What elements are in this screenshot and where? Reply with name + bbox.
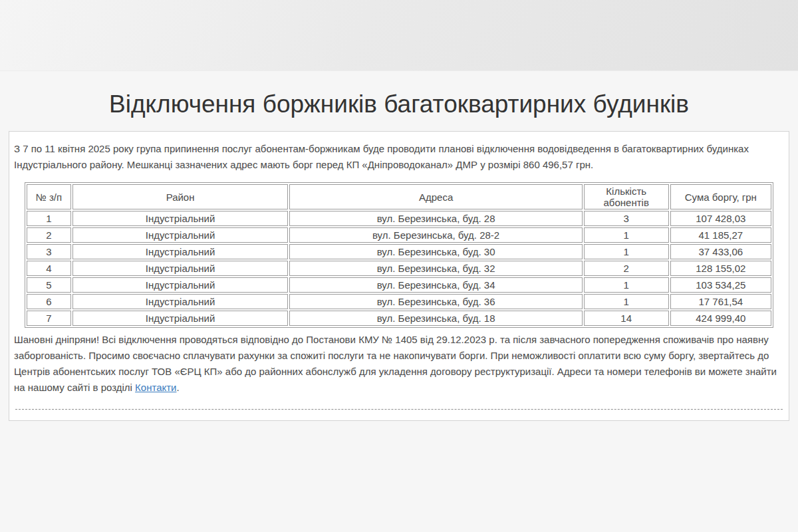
table-row: 5 Індустріальний вул. Березинська, буд. … bbox=[27, 277, 771, 293]
col-header-subscriber-count: Кількість абонентів bbox=[584, 184, 669, 209]
col-header-row-number: № з/п bbox=[27, 184, 71, 209]
cell-subscriber-count: 1 bbox=[584, 277, 669, 293]
table-row: 3 Індустріальний вул. Березинська, буд. … bbox=[27, 244, 771, 259]
table-header-row: № з/п Район Адреса Кількість абонентів С… bbox=[27, 184, 771, 209]
col-header-address: Адреса bbox=[289, 184, 582, 209]
table-row: 6 Індустріальний вул. Березинська, буд. … bbox=[27, 294, 771, 309]
intro-paragraph: З 7 по 11 квітня 2025 року група припине… bbox=[14, 141, 784, 173]
cell-district: Індустріальний bbox=[72, 294, 289, 309]
cell-subscriber-count: 2 bbox=[584, 261, 669, 276]
cell-subscriber-count: 1 bbox=[584, 294, 669, 309]
page: Відключення боржників багатоквартирних б… bbox=[0, 0, 798, 421]
cell-subscriber-count: 3 bbox=[584, 211, 669, 226]
cell-district: Індустріальний bbox=[72, 311, 289, 326]
cell-row-number: 3 bbox=[27, 244, 71, 259]
cell-address: вул. Березинська, буд. 28 bbox=[289, 211, 582, 226]
cell-row-number: 6 bbox=[27, 294, 71, 309]
cell-subscriber-count: 14 bbox=[584, 311, 669, 326]
cell-subscriber-count: 1 bbox=[584, 227, 669, 243]
col-header-debt-amount: Сума боргу, грн bbox=[670, 184, 771, 209]
cell-debt-amount: 41 185,27 bbox=[670, 227, 771, 243]
table-row: 1 Індустріальний вул. Березинська, буд. … bbox=[27, 211, 771, 226]
cell-district: Індустріальний bbox=[72, 227, 289, 243]
outro-paragraph: Шановні дніпряни! Всі відключення провод… bbox=[14, 332, 784, 396]
cell-address: вул. Березинська, буд. 18 bbox=[289, 311, 582, 326]
page-title: Відключення боржників багатоквартирних б… bbox=[0, 90, 798, 119]
cell-address: вул. Березинська, буд. 34 bbox=[289, 277, 582, 293]
contacts-link[interactable]: Контакти bbox=[135, 382, 176, 393]
site-header-band bbox=[0, 0, 798, 71]
cell-district: Індустріальний bbox=[72, 277, 289, 293]
cell-row-number: 4 bbox=[27, 261, 71, 276]
table-row: 4 Індустріальний вул. Березинська, буд. … bbox=[27, 261, 771, 276]
cell-address: вул. Березинська, буд. 32 bbox=[289, 261, 582, 276]
cell-debt-amount: 424 999,40 bbox=[670, 311, 771, 326]
cell-address: вул. Березинська, буд. 36 bbox=[289, 294, 582, 309]
cell-subscriber-count: 1 bbox=[584, 244, 669, 259]
cell-debt-amount: 103 534,25 bbox=[670, 277, 771, 293]
dashed-divider bbox=[15, 409, 783, 410]
table-row: 7 Індустріальний вул. Березинська, буд. … bbox=[27, 311, 771, 326]
col-header-district: Район bbox=[72, 184, 289, 209]
cell-row-number: 2 bbox=[27, 227, 71, 243]
article-container: З 7 по 11 квітня 2025 року група припине… bbox=[9, 131, 789, 421]
cell-debt-amount: 128 155,02 bbox=[670, 261, 771, 276]
table-header: № з/п Район Адреса Кількість абонентів С… bbox=[27, 184, 771, 209]
debtors-table: № з/п Район Адреса Кількість абонентів С… bbox=[25, 182, 773, 328]
cell-address: вул. Березинська, буд. 28-2 bbox=[289, 227, 582, 243]
outro-text: Шановні дніпряни! Всі відключення провод… bbox=[14, 334, 777, 393]
table-row: 2 Індустріальний вул. Березинська, буд. … bbox=[27, 227, 771, 243]
cell-district: Індустріальний bbox=[72, 244, 289, 259]
cell-debt-amount: 17 761,54 bbox=[670, 294, 771, 309]
cell-debt-amount: 107 428,03 bbox=[670, 211, 771, 226]
cell-district: Індустріальний bbox=[72, 261, 289, 276]
cell-row-number: 5 bbox=[27, 277, 71, 293]
cell-row-number: 7 bbox=[27, 311, 71, 326]
cell-address: вул. Березинська, буд. 30 bbox=[289, 244, 582, 259]
cell-district: Індустріальний bbox=[72, 211, 289, 226]
table-body: 1 Індустріальний вул. Березинська, буд. … bbox=[27, 211, 771, 326]
cell-debt-amount: 37 433,06 bbox=[670, 244, 771, 259]
outro-period: . bbox=[176, 382, 179, 393]
cell-row-number: 1 bbox=[27, 211, 71, 226]
